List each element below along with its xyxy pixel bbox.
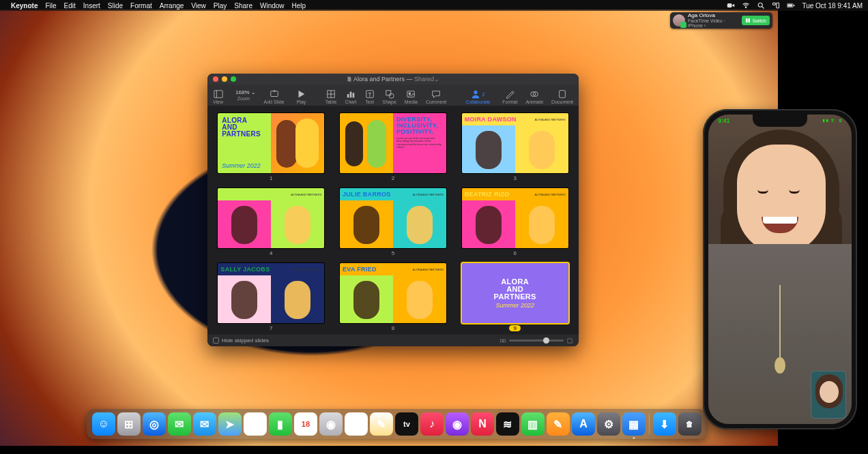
menu-arrange[interactable]: Arrange [160,2,184,10]
slide-thumbnail[interactable]: ALISON NEALEALORA AND PARTNERS [218,188,324,248]
dock-settings[interactable]: ⚙ [597,412,620,436]
toolbar-shape-button[interactable]: Shape [383,89,396,104]
toolbar-table-button[interactable]: Table [326,89,337,104]
slide-thumbnail[interactable]: ALORAANDPARTNERSSummer 2022 [462,263,568,323]
dock-music[interactable]: ♪ [420,412,444,436]
slide-cell[interactable]: ALORAANDPARTNERSSummer 20229 [459,263,570,331]
zoom-out-icon[interactable] [500,337,506,344]
toolbar-zoom-button[interactable]: 168% ⌄ Zoom [231,89,255,104]
status-spotlight-icon[interactable] [757,1,765,10]
menu-file[interactable]: File [45,2,56,10]
toolbar-view-button[interactable]: View [213,89,223,104]
toolbar-media-button[interactable]: Media [405,89,418,104]
menu-insert[interactable]: Insert [83,2,100,10]
toolbar-add-slide-button[interactable]: Add Slide [264,89,285,104]
menubar-clock[interactable]: Tue Oct 18 9:41 AM [802,2,863,10]
toolbar-comment-button[interactable]: Comment [426,89,446,104]
hide-skipped-label: Hide skipped slides [222,337,269,344]
status-facetime-icon[interactable] [727,1,735,10]
menu-play[interactable]: Play [214,2,227,10]
svg-point-24 [389,93,394,98]
menu-window[interactable]: Window [260,2,285,10]
zoom-slider-knob[interactable] [543,337,549,344]
slide-cell[interactable]: DIVERSITY,INCLUSIVITY,POSITIVITY.Lorem i… [338,113,449,181]
dock-notes[interactable]: ✎ [370,412,393,436]
slide-thumbnail[interactable]: ALORAANDPARTNERSSummer 2022 [218,113,324,173]
slide-cell[interactable]: EVA FRIEDALORA AND PARTNERS8 [338,263,449,331]
toolbar-animate-button[interactable]: Animate [525,89,543,104]
toolbar-view-label: View [213,100,223,104]
toolbar-format-button[interactable]: Format [502,89,517,104]
iphone-screen: 9:41 ▮▮ ᯤ ▯ [708,115,852,424]
dock-finder[interactable]: ☺ [92,412,115,436]
slide-cell[interactable]: MOIRA DAWSONALORA AND PARTNERS3 [459,113,570,181]
dock-facetime[interactable]: ▮ [269,412,292,436]
menu-edit[interactable]: Edit [64,2,76,10]
handoff-switch-button[interactable]: Switch [742,16,770,25]
handoff-avatar [673,14,685,27]
window-zoom-button[interactable] [231,76,236,82]
menu-format[interactable]: Format [130,2,152,10]
toolbar-play-button[interactable]: Play [296,89,306,104]
slide-cell[interactable]: ALISON NEALEALORA AND PARTNERS4 [216,188,327,256]
toolbar-document-button[interactable]: Document [551,89,573,104]
slide-cell[interactable]: ALORAANDPARTNERSSummer 20221 [216,113,327,181]
dock-maps[interactable]: ➤ [218,412,242,436]
menu-help[interactable]: Help [292,2,306,10]
svg-rect-0 [727,3,732,7]
slide-thumbnail[interactable]: JULIE BARROSALORA AND PARTNERS [340,188,446,248]
window-close-button[interactable] [213,76,218,82]
dock-trash[interactable]: 🗑 [678,412,701,436]
dock-photos[interactable]: ✿ [244,412,267,436]
light-table-view[interactable]: ALORAANDPARTNERSSummer 20221DIVERSITY,IN… [207,106,579,334]
slide-thumbnail[interactable]: DIVERSITY,INCLUSIVITY,POSITIVITY.Lorem i… [340,113,446,173]
dock-mail[interactable]: ✉ [193,412,216,436]
dock-contacts[interactable]: ◉ [319,412,343,436]
iphone-notch [753,115,807,127]
slide-thumbnail[interactable]: SALLY JACOBSALORA AND PARTNERS [218,263,324,323]
app-menu[interactable]: Keynote [11,2,38,10]
zoom-in-icon[interactable] [566,337,573,344]
dock-news[interactable]: N [471,412,494,436]
hide-skipped-checkbox[interactable] [213,337,219,344]
dock-podcasts[interactable]: ◉ [446,412,469,436]
toolbar-collaborate-button[interactable]: 2 Collaborate [465,89,490,104]
window-titlebar[interactable]: Alora and Partners — Shared⌄ [207,74,579,85]
zoom-slider[interactable] [509,339,564,342]
slide-thumbnail[interactable]: MOIRA DAWSONALORA AND PARTNERS [462,113,568,173]
status-control-center-icon[interactable] [772,1,780,10]
window-minimize-button[interactable] [222,76,227,82]
toolbar-add-slide-label: Add Slide [264,100,285,104]
toolbar-chart-button[interactable]: Chart [345,89,356,104]
keynote-footer: Hide skipped slides [207,334,579,346]
facetime-handoff-banner[interactable]: Aga Orlova FaceTime Video · iPhone › Swi… [670,12,772,29]
status-battery-icon[interactable] [787,1,795,10]
dock-calendar[interactable]: 18 [294,412,317,436]
menu-share[interactable]: Share [234,2,252,10]
dock-pages[interactable]: ✎ [547,412,570,436]
menu-slide[interactable]: Slide [108,2,123,10]
dock-tv[interactable]: tv [395,412,418,436]
dock-keynote-dock[interactable]: ▦ [622,412,646,436]
dock-launchpad[interactable]: ⊞ [117,412,141,436]
slide-cell[interactable]: SALLY JACOBSALORA AND PARTNERS7 [216,263,327,331]
toolbar-text-button[interactable]: TText [365,89,375,104]
svg-rect-32 [504,339,506,342]
dock-numbers[interactable]: ▥ [521,412,545,436]
slide-cell[interactable]: JULIE BARROSALORA AND PARTNERS5 [338,188,449,256]
dock-reminders[interactable]: ☰ [345,412,368,436]
dock-stocks[interactable]: ≋ [496,412,519,436]
menu-view[interactable]: View [191,2,206,10]
slide-cell[interactable]: BEATRIZ RIZOALORA AND PARTNERS6 [459,188,570,256]
facetime-pip-self-view[interactable] [811,371,846,419]
status-wifi-icon[interactable] [742,1,750,10]
dock-messages[interactable]: ✉ [168,412,191,436]
svg-rect-23 [386,91,390,95]
dock-appstore[interactable]: A [572,412,595,436]
slide-thumbnail[interactable]: BEATRIZ RIZOALORA AND PARTNERS [462,188,568,248]
slide-thumbnail[interactable]: EVA FRIEDALORA AND PARTNERS [340,263,446,323]
dock-safari[interactable]: ◎ [143,412,166,436]
handoff-text: Aga Orlova FaceTime Video · iPhone › [688,13,739,28]
dock: ☺⊞◎✉✉➤✿▮18◉☰✎tv♪◉N≋▥✎A⚙▦⬇🗑 [87,409,707,439]
dock-downloads[interactable]: ⬇ [653,412,676,436]
